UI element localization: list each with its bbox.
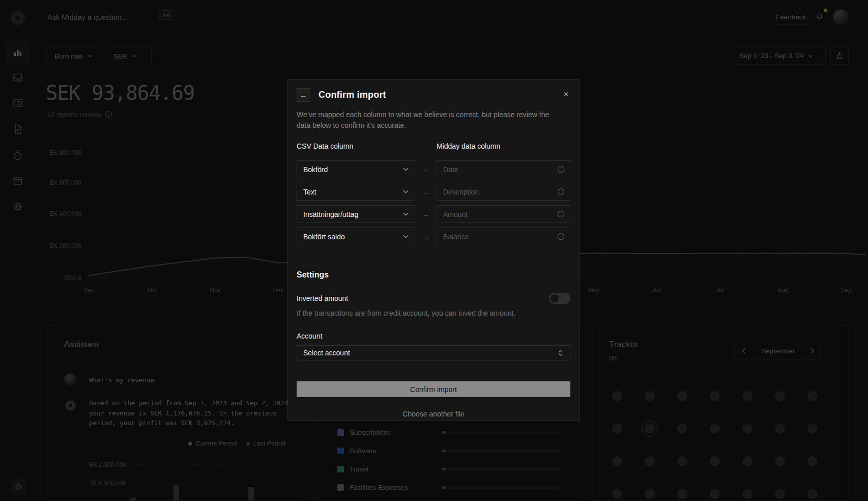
- select-value: Text: [303, 188, 316, 196]
- arrow-right-icon: →: [415, 210, 437, 218]
- csv-column-header: CSV Data column: [297, 142, 415, 150]
- inverted-amount-row: Inverted amount: [297, 293, 570, 304]
- midday-field-description[interactable]: Description: [437, 183, 571, 201]
- info-icon[interactable]: [557, 233, 565, 240]
- close-button[interactable]: ×: [563, 89, 569, 99]
- chevron-down-icon: [403, 190, 409, 193]
- dialog-header: ← Confirm import ×: [297, 88, 570, 102]
- account-select[interactable]: Select account: [297, 345, 570, 360]
- chevron-down-icon: [403, 212, 409, 216]
- select-value: Bokfört saldo: [303, 233, 345, 241]
- account-label: Account: [297, 332, 570, 340]
- inverted-amount-hint: If the transactions are from credit acco…: [297, 309, 570, 317]
- info-icon[interactable]: [557, 210, 565, 218]
- field-placeholder: Date: [443, 165, 458, 174]
- inverted-amount-label: Inverted amount: [297, 294, 348, 302]
- field-placeholder: Description: [443, 188, 479, 196]
- dialog-title: Confirm import: [319, 90, 386, 100]
- csv-column-select-insattningar[interactable]: Insättningar/uttag: [297, 205, 415, 223]
- confirm-import-dialog: ← Confirm import × We’ve mapped each col…: [287, 79, 580, 421]
- arrow-right-icon: →: [415, 165, 437, 174]
- midday-column-header: Midday data column: [437, 142, 571, 150]
- info-icon[interactable]: [557, 165, 565, 173]
- midday-field-amount[interactable]: Amount: [437, 205, 571, 223]
- inverted-amount-toggle[interactable]: [549, 293, 570, 304]
- chevron-up-down-icon: [557, 349, 564, 357]
- field-placeholder: Amount: [443, 210, 468, 218]
- section-divider: [297, 259, 570, 259]
- csv-column-select-bokford[interactable]: Bokförd: [297, 160, 415, 178]
- chevron-down-icon: [403, 168, 409, 171]
- back-arrow-icon: ←: [300, 91, 307, 99]
- chevron-down-icon: [403, 235, 409, 238]
- select-value: Bokförd: [303, 165, 328, 174]
- select-value: Insättningar/uttag: [303, 210, 358, 218]
- choose-another-file-link[interactable]: Choose another file: [297, 410, 570, 418]
- info-icon[interactable]: [557, 188, 565, 196]
- settings-heading: Settings: [297, 270, 570, 280]
- field-placeholder: Balance: [443, 233, 469, 241]
- column-mapping-grid: CSV Data column Midday data column Bokfö…: [297, 142, 570, 245]
- confirm-import-button[interactable]: Confirm import: [297, 381, 570, 397]
- csv-column-select-text[interactable]: Text: [297, 183, 415, 201]
- arrow-right-icon: →: [415, 188, 437, 196]
- account-select-value: Select account: [303, 349, 350, 357]
- arrow-right-icon: →: [415, 233, 437, 241]
- midday-field-date[interactable]: Date: [437, 160, 571, 178]
- midday-field-balance[interactable]: Balance: [437, 228, 571, 245]
- toggle-knob: [551, 294, 559, 302]
- close-icon: ×: [563, 89, 569, 99]
- dialog-description: We’ve mapped each column to what we beli…: [297, 109, 561, 131]
- csv-column-select-bokfort-saldo[interactable]: Bokfört saldo: [297, 228, 415, 245]
- back-button[interactable]: ←: [297, 88, 310, 102]
